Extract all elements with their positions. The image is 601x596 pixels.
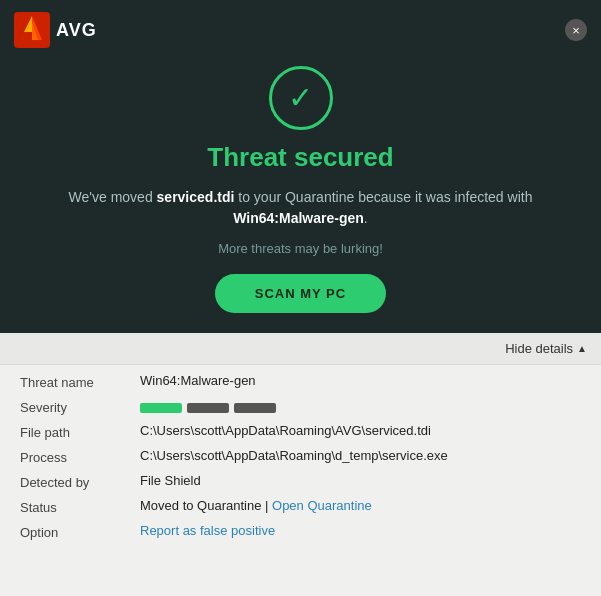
filename: serviced.tdi: [157, 189, 235, 205]
main-window: AVG × ✓ Threat secured We've moved servi…: [0, 0, 601, 596]
hide-details-label: Hide details: [505, 341, 573, 356]
title-bar: AVG ×: [0, 0, 601, 56]
details-table: Threat name Win64:Malware-gen Severity F…: [0, 365, 601, 552]
severity-indicator: [140, 398, 581, 415]
value-detected-by: File Shield: [140, 473, 581, 490]
label-status: Status: [20, 498, 140, 515]
threat-secured-title: Threat secured: [207, 142, 393, 173]
details-section: Hide details ▲ Threat name Win64:Malware…: [0, 333, 601, 596]
value-process: C:\Users\scott\AppData\Roaming\d_temp\se…: [140, 448, 581, 465]
label-file-path: File path: [20, 423, 140, 440]
label-threat-name: Threat name: [20, 373, 140, 390]
value-threat-name: Win64:Malware-gen: [140, 373, 581, 390]
status-text: Moved to Quarantine: [140, 498, 261, 513]
severity-bar-2: [187, 403, 229, 413]
label-option: Option: [20, 523, 140, 540]
false-positive-link[interactable]: Report as false positive: [140, 523, 275, 538]
value-status: Moved to Quarantine | Open Quarantine: [140, 498, 581, 515]
scan-button[interactable]: SCAN MY PC: [215, 274, 386, 313]
success-circle: ✓: [269, 66, 333, 130]
message-part2: to your Quarantine because it was infect…: [234, 189, 532, 205]
chevron-up-icon: ▲: [577, 343, 587, 354]
hide-details-bar: Hide details ▲: [0, 333, 601, 365]
warning-text: More threats may be lurking!: [218, 241, 383, 256]
label-process: Process: [20, 448, 140, 465]
severity-bar-3: [234, 403, 276, 413]
status-separator: |: [265, 498, 272, 513]
open-quarantine-link[interactable]: Open Quarantine: [272, 498, 372, 513]
value-option: Report as false positive: [140, 523, 581, 540]
message-text: We've moved serviced.tdi to your Quarant…: [69, 187, 533, 229]
message-part1: We've moved: [69, 189, 157, 205]
message-end: .: [364, 210, 368, 226]
value-file-path: C:\Users\scott\AppData\Roaming\AVG\servi…: [140, 423, 581, 440]
severity-bar-1: [140, 403, 182, 413]
checkmark-icon: ✓: [288, 83, 313, 113]
close-button[interactable]: ×: [565, 19, 587, 41]
avg-logo-icon: [14, 12, 50, 48]
hide-details-link[interactable]: Hide details ▲: [505, 341, 587, 356]
label-severity: Severity: [20, 398, 140, 415]
logo-area: AVG: [14, 12, 97, 48]
malware-name: Win64:Malware-gen: [233, 210, 364, 226]
app-title: AVG: [56, 20, 97, 41]
main-content: ✓ Threat secured We've moved serviced.td…: [0, 56, 601, 333]
label-detected-by: Detected by: [20, 473, 140, 490]
